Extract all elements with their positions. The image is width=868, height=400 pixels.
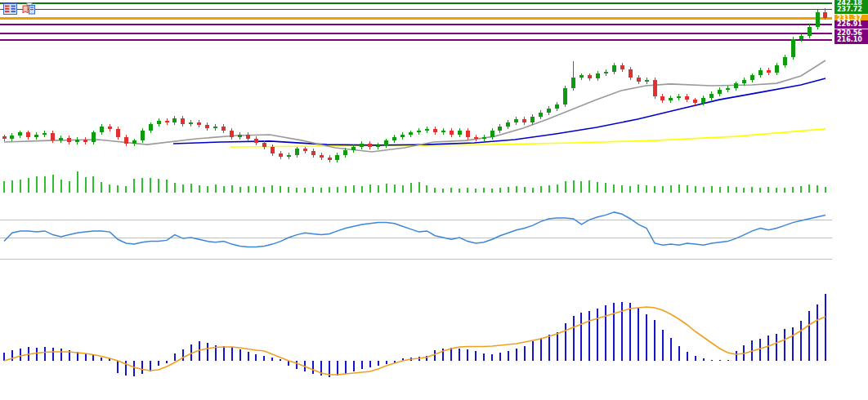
volume-bar [199, 185, 200, 193]
oscillator-gridlines [0, 220, 832, 259]
macd-bar [588, 311, 590, 361]
volume-bar [44, 176, 46, 193]
candle-up [742, 78, 746, 85]
volume-bar [588, 180, 590, 193]
price-level-lines [0, 3, 832, 40]
macd-bar [60, 349, 62, 361]
macd-bar [36, 348, 38, 361]
documents-button[interactable] [22, 2, 36, 15]
macd-bar [678, 346, 680, 361]
price-label: 237.72 [834, 6, 868, 14]
volume-bar [231, 185, 233, 193]
candle-up [547, 106, 551, 114]
volume-bar [491, 189, 493, 193]
volume-bar [271, 185, 273, 193]
volume-bar [28, 178, 29, 193]
volume-bar [337, 187, 338, 193]
candle-up [563, 86, 567, 106]
volume-bar [133, 179, 135, 193]
candle-down [450, 128, 454, 136]
candle-down [522, 117, 526, 124]
candle-up [189, 120, 193, 126]
quotes-table-button[interactable] [3, 2, 17, 15]
candle-down [165, 118, 169, 124]
volume-bar [426, 185, 427, 193]
macd-bar [491, 354, 493, 361]
candle-up [10, 133, 14, 140]
volume-bar [11, 180, 13, 193]
macd-bar [654, 320, 655, 361]
volume-bar [207, 186, 208, 193]
candle-up [400, 132, 405, 139]
candle-up [579, 73, 584, 80]
candle-up [498, 124, 502, 132]
candle-up [141, 128, 145, 142]
volume-bar [418, 182, 420, 193]
volume-bar [532, 188, 534, 193]
macd-bar [280, 359, 281, 361]
candle-up [514, 117, 518, 124]
candle-up [555, 102, 559, 110]
volume-bar [450, 188, 452, 193]
candle-up [775, 63, 779, 74]
macd-bar [125, 361, 127, 376]
macd-bar [296, 361, 298, 369]
macd-bar [11, 350, 13, 361]
volume-bar [174, 183, 176, 193]
macd-bar [174, 353, 176, 361]
volume-bar [621, 185, 623, 193]
documents-icon [22, 2, 36, 15]
candle-up [530, 114, 535, 124]
candle-up [596, 71, 600, 80]
macd-bar [532, 341, 534, 361]
macd-bar [516, 349, 517, 361]
macd-bar [133, 361, 135, 376]
candle-down [108, 124, 112, 131]
oscillator-line [4, 212, 825, 247]
candle-down [205, 122, 209, 130]
candle-up [100, 124, 104, 134]
macd-bar [646, 314, 647, 361]
volume-bar [442, 189, 444, 193]
price-label: 226.91 [834, 20, 868, 29]
candle-up [458, 128, 462, 136]
candle-up [335, 153, 339, 162]
macd-bar [255, 354, 257, 361]
candle-up [43, 131, 47, 136]
macd-bar [573, 316, 575, 361]
macd-bar [548, 335, 550, 361]
volume-bar [190, 184, 192, 193]
macd-bar [207, 343, 208, 361]
candle-down [124, 135, 128, 145]
macd-bar [524, 346, 526, 361]
volume-bar [792, 187, 794, 193]
candle-down [328, 155, 332, 162]
volume-bar [817, 185, 818, 193]
macd-bar [434, 350, 436, 361]
volume-bar [345, 186, 347, 193]
macd-bar [182, 349, 184, 361]
macd-bar [263, 356, 265, 361]
candle-up [34, 132, 38, 139]
macd-bar [345, 361, 347, 374]
candle-down [660, 94, 664, 102]
macd-bar [767, 336, 769, 361]
candle-up [539, 110, 543, 118]
volume-bar [751, 187, 753, 193]
candle-up [157, 118, 161, 126]
candle-down [2, 135, 7, 141]
candle-down [474, 135, 478, 140]
candle-up [18, 131, 22, 138]
macd-bar [776, 334, 777, 361]
volume-bar [678, 184, 680, 193]
volume-bar [711, 186, 713, 193]
volume-bar [60, 180, 62, 193]
volume-bar [654, 186, 655, 193]
volume-bar [378, 185, 379, 193]
volume-bar [255, 186, 257, 193]
volume-bar [85, 177, 87, 193]
macd-bar [483, 353, 485, 361]
volume-bar [613, 184, 615, 193]
candle-up [172, 116, 177, 124]
macd-bar [467, 349, 468, 361]
